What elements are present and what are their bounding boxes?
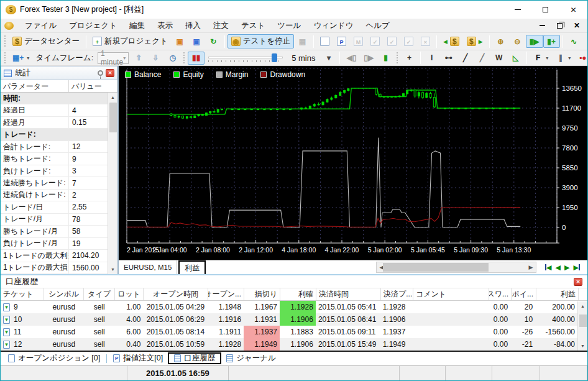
- scroll-down-icon[interactable]: ▼: [578, 341, 587, 351]
- scroll-thumb[interactable]: [109, 103, 117, 132]
- bottom-tab-3[interactable]: ジャーナル: [221, 352, 281, 364]
- app-menu-icon[interactable]: [4, 22, 14, 30]
- history-column-0[interactable]: チケット: [1, 288, 44, 300]
- menu-item-0[interactable]: ファイル: [19, 19, 63, 32]
- history-row[interactable]: 9eurusdsell1.002015.01.05 04:291.19481.1…: [1, 301, 577, 313]
- scroll-up-icon[interactable]: ▲: [578, 301, 587, 311]
- save-project-icon[interactable]: ▣: [188, 35, 205, 48]
- auto-scroll-icon[interactable]: ▮▶: [526, 35, 543, 48]
- history-column-12[interactable]: ポイ...: [512, 288, 536, 300]
- pending-order-icon[interactable]: P: [333, 35, 350, 48]
- scroll-right-icon[interactable]: ▶: [526, 262, 536, 272]
- bottom-tab-0[interactable]: オープンポジション [0]: [3, 352, 105, 364]
- stop-test-button[interactable]: ◉テストを停止: [227, 34, 294, 48]
- bottom-tab-2[interactable]: 口座履歴: [168, 352, 221, 364]
- ray-tool-icon[interactable]: ╱: [474, 52, 490, 65]
- menu-item-6[interactable]: テスト: [235, 19, 271, 32]
- channel-tool-icon[interactable]: ∥▾: [552, 52, 574, 65]
- chart-horizontal-scrollbar[interactable]: ◀ ▶: [376, 262, 536, 273]
- history-column-13[interactable]: 利益: [536, 288, 579, 300]
- menu-item-7[interactable]: ツール: [271, 19, 307, 32]
- toolbar-drag-handle[interactable]: [4, 52, 7, 63]
- menu-item-3[interactable]: 表示: [151, 19, 179, 32]
- horizontal-line-tool-icon[interactable]: ⊷: [440, 52, 457, 65]
- history-scrollbar[interactable]: ▲ ▼: [577, 301, 587, 351]
- statistics-close-icon[interactable]: [106, 69, 114, 77]
- go-last-button[interactable]: ▶: [573, 264, 579, 271]
- text-tool-icon[interactable]: F▾: [530, 52, 552, 65]
- restart-test-icon[interactable]: ↻: [205, 35, 222, 48]
- menu-item-8[interactable]: ウィンドウ: [307, 19, 359, 32]
- line-chart-icon[interactable]: ∿: [566, 35, 582, 48]
- speed-slider[interactable]: [208, 52, 283, 63]
- pause-button[interactable]: ▮▮: [188, 52, 204, 65]
- history-column-5[interactable]: オープン...: [208, 288, 244, 300]
- step-forward-icon[interactable]: ▯▶: [360, 52, 377, 65]
- mdi-restore-button[interactable]: [555, 21, 564, 30]
- history-column-2[interactable]: タイプ: [84, 288, 115, 300]
- speed-dropdown-icon[interactable]: ▾: [320, 52, 337, 65]
- angle-tool-icon[interactable]: ◺: [507, 52, 524, 65]
- new-project-button[interactable]: +新規プロジェクト: [89, 34, 172, 48]
- mdi-minimize-button[interactable]: [538, 21, 546, 30]
- go-prev-button[interactable]: ◀: [556, 264, 561, 271]
- history-column-7[interactable]: 利確: [280, 288, 316, 300]
- history-column-3[interactable]: ロット: [115, 288, 144, 300]
- history-close-icon[interactable]: [574, 278, 582, 286]
- parameter-column-header[interactable]: パラメーター: [1, 80, 69, 92]
- history-column-6[interactable]: 損切り: [244, 288, 280, 300]
- slider-thumb[interactable]: [272, 53, 277, 62]
- crosshair-icon[interactable]: +: [401, 52, 418, 65]
- history-column-11[interactable]: スワ...: [489, 288, 512, 300]
- vertical-line-tool-icon[interactable]: I: [423, 52, 440, 65]
- history-column-8[interactable]: 決済時間: [316, 288, 381, 300]
- toolbar-drag-handle[interactable]: [396, 52, 399, 63]
- history-column-10[interactable]: コメント: [413, 288, 489, 300]
- menu-item-9[interactable]: ヘルプ: [359, 19, 395, 32]
- chart-shift-icon[interactable]: ▮+: [543, 35, 560, 48]
- chart-tab-1[interactable]: 利益: [178, 260, 206, 274]
- bottom-tab-1[interactable]: P指値注文[0]: [108, 352, 168, 364]
- data-center-button[interactable]: $データセンター: [9, 34, 83, 48]
- statistics-scrollbar[interactable]: ▲ ▼: [108, 93, 117, 274]
- history-row[interactable]: 10eurusdsell4.002015.01.05 06:291.19161.…: [1, 313, 577, 326]
- trend-line-tool-icon[interactable]: ╱: [457, 52, 474, 65]
- scroll-down-icon[interactable]: ▼: [108, 265, 117, 274]
- menu-item-5[interactable]: 注文: [207, 19, 235, 32]
- step-back-icon[interactable]: ◀▯: [342, 52, 360, 65]
- menu-item-2[interactable]: 編集: [123, 19, 151, 32]
- scroll-up-icon[interactable]: ▲: [108, 93, 117, 102]
- open-project-icon[interactable]: ▣: [172, 35, 188, 48]
- mdi-close-button[interactable]: [572, 21, 581, 30]
- zoom-out-icon[interactable]: ⊖: [509, 35, 526, 48]
- history-row[interactable]: 12eurusdsell0.402015.01.05 10:591.19281.…: [1, 338, 577, 351]
- value-column-header[interactable]: バリュー: [69, 80, 117, 92]
- scroll-thumb[interactable]: [579, 314, 587, 327]
- toolbar-drag-handle[interactable]: [183, 52, 186, 63]
- history-column-9[interactable]: 決済プ...: [381, 288, 413, 300]
- minimize-button[interactable]: [503, 1, 531, 19]
- menu-item-1[interactable]: プロジェクト: [63, 19, 123, 32]
- timeframe-select[interactable]: 1 minute▾: [98, 52, 129, 64]
- go-next-button[interactable]: ▶: [564, 264, 569, 271]
- tick-step-icon[interactable]: ▮: [377, 52, 394, 65]
- add-indicator-icon[interactable]: ▦+▾: [9, 52, 33, 65]
- history-column-1[interactable]: シンボル: [44, 288, 84, 300]
- chart-tab-0[interactable]: EURUSD, M15: [119, 260, 177, 274]
- wave-tool-icon[interactable]: W: [490, 52, 507, 65]
- history-column-4[interactable]: オープン時間: [144, 288, 208, 300]
- profit-chart[interactable]: 01950390058507800975011700136502 Jan 201…: [119, 66, 588, 260]
- timeframe-up-icon[interactable]: ⇧: [131, 52, 147, 65]
- withdraw-icon[interactable]: $▶: [463, 35, 487, 48]
- pin-icon[interactable]: [98, 70, 103, 76]
- close-button[interactable]: [559, 1, 587, 19]
- go-first-button[interactable]: ◀: [545, 264, 551, 271]
- shapes-tool-icon[interactable]: ▪●▾: [574, 52, 587, 65]
- step-line-chart-icon[interactable]: ⌐: [582, 35, 587, 48]
- scroll-thumb[interactable]: [383, 263, 489, 272]
- menu-item-4[interactable]: 挿入: [179, 19, 207, 32]
- history-row[interactable]: 11eurusdsell6.002015.01.05 08:141.19111.…: [1, 326, 577, 338]
- toolbar-drag-handle[interactable]: [4, 35, 7, 48]
- time-settings-icon[interactable]: ◷: [164, 52, 181, 65]
- deposit-icon[interactable]: ◀$: [439, 35, 463, 48]
